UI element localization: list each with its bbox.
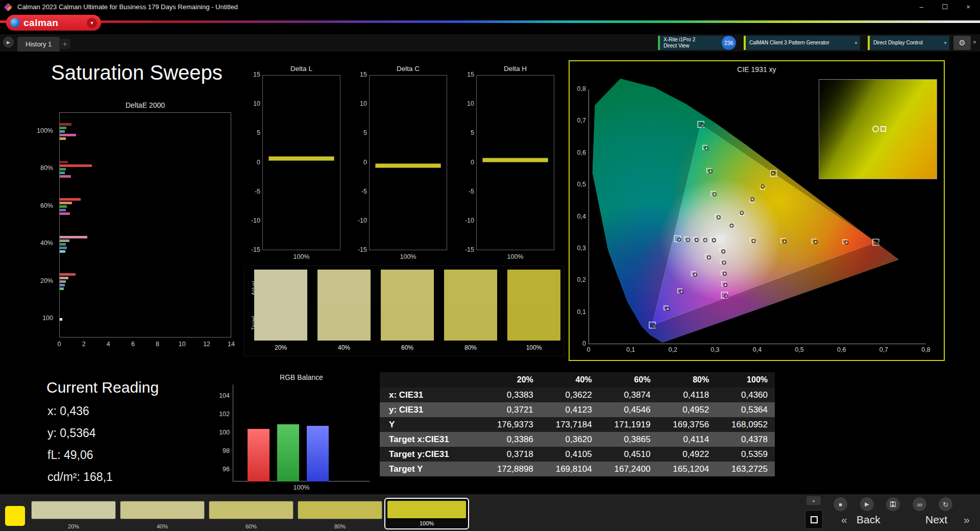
- axis-tick-label: 0,4: [753, 346, 762, 353]
- axis-tick-label: 60%: [18, 202, 53, 209]
- deltae-bar: [60, 273, 76, 276]
- rgb-bar-green: [277, 424, 299, 481]
- axis-tick-label: -10: [348, 217, 367, 224]
- table-cell: 0,4114: [657, 432, 716, 447]
- refresh-button[interactable]: ↻: [939, 497, 952, 511]
- pattern-window-button[interactable]: [805, 510, 823, 529]
- axis-tick-label: -10: [241, 217, 260, 224]
- delta-bar: [375, 163, 441, 168]
- swatch-label: 60%: [381, 344, 434, 351]
- refresh-icon: ↻: [943, 500, 949, 509]
- patch-label: 80%: [298, 523, 382, 529]
- save-button[interactable]: [886, 497, 900, 511]
- axis-tick-label: 100: [207, 429, 230, 436]
- axis-tick-label: 0: [348, 159, 367, 166]
- deltae-bar: [60, 284, 65, 286]
- table-col-header: [380, 372, 482, 388]
- deltae-bar: [60, 202, 72, 204]
- play-button[interactable]: ▶: [860, 497, 874, 511]
- table-row-label: y: CIE31: [380, 402, 482, 417]
- current-reading-x: x: 0,436: [47, 404, 89, 418]
- next-chevron-icon[interactable]: »: [964, 514, 970, 526]
- axis-tick-label: 98: [207, 447, 230, 454]
- swatch-target: [317, 305, 371, 341]
- table-col-header: 60%: [599, 372, 658, 388]
- inset-target-marker: [880, 126, 886, 132]
- axis-tick-label: 2: [82, 341, 86, 348]
- table-cell: 0,4360: [716, 388, 775, 402]
- patch-button[interactable]: [209, 501, 293, 519]
- table-cell: 0,3383: [482, 388, 541, 402]
- deltae-bar: [60, 168, 66, 171]
- history-nav-button[interactable]: ▶: [3, 37, 14, 47]
- meter-status-badge[interactable]: 236: [722, 36, 736, 50]
- delta-c-chart: Delta C 151050-5-10-15 100%: [369, 65, 447, 269]
- next-button[interactable]: Next: [925, 514, 947, 526]
- restore-button[interactable]: ☐: [933, 0, 957, 14]
- settings-button[interactable]: ⚙: [953, 36, 971, 50]
- patch-button[interactable]: [120, 501, 205, 519]
- window-controls: – ☐ ×: [910, 0, 980, 14]
- cie-panel: CIE 1931 xy 00,10,20,30,40,50,60,70,8 00…: [569, 60, 945, 361]
- deltae-ylabels: 100%80%60%40%20%100: [18, 112, 55, 337]
- minimize-button[interactable]: –: [910, 0, 933, 14]
- calman-logo-button[interactable]: calman ▾: [6, 15, 101, 31]
- active-color-chip[interactable]: [5, 506, 25, 526]
- table-cell: 0,4118: [657, 388, 716, 402]
- deltae-bar: [60, 212, 70, 215]
- caret-down-icon[interactable]: ▾: [87, 18, 97, 28]
- axis-tick-label: 10: [241, 100, 260, 107]
- display-control-dropdown[interactable]: Direct Display Control ▼: [868, 36, 949, 50]
- swatch-actual: [254, 270, 307, 305]
- stop-button[interactable]: ■: [834, 497, 847, 511]
- back-chevron-icon[interactable]: «: [841, 514, 847, 526]
- swatch-actual: [507, 270, 560, 305]
- axis-tick-label: 100: [18, 315, 53, 322]
- brand-banner: calman ▾: [0, 14, 980, 34]
- axis-tick-label: 0,7: [570, 117, 586, 124]
- rgb-plot: [233, 384, 370, 481]
- axis-tick-label: 10: [348, 100, 367, 107]
- close-button[interactable]: ×: [957, 0, 980, 14]
- deltae-bar: [60, 205, 67, 208]
- delta-c-ylabels: 151050-5-10-15: [348, 75, 367, 250]
- patch-button[interactable]: [298, 501, 382, 519]
- axis-tick-label: -15: [241, 246, 260, 253]
- swatch-actual: [317, 270, 371, 305]
- deltae-bar: [60, 123, 71, 126]
- swatch-actual: [381, 270, 434, 305]
- delta-l-chart: Delta L 151050-5-10-15 100%: [262, 65, 340, 269]
- axis-tick-label: 10: [179, 341, 186, 348]
- toolbar-overflow-button[interactable]: »: [973, 38, 976, 45]
- back-button[interactable]: Back: [856, 514, 880, 526]
- rgb-ylabels: 1041021009896: [207, 384, 230, 481]
- swatch-actual: [444, 270, 497, 305]
- axis-tick-label: 20%: [18, 277, 53, 284]
- table-cell: 173,7184: [541, 417, 599, 432]
- table-cell: 168,0952: [716, 417, 775, 432]
- deltae-bar: [60, 164, 92, 167]
- continuous-measure-button[interactable]: ∞: [913, 497, 926, 511]
- patch-button[interactable]: [31, 501, 116, 519]
- axis-tick-label: -5: [455, 188, 474, 195]
- window-title: Calman 2023 Calman Ultimate for Business…: [17, 3, 238, 11]
- calman-app: Calman 2023 Calman Ultimate for Business…: [0, 0, 980, 531]
- cie-plot: [589, 89, 926, 344]
- patch-button-selected[interactable]: 100%: [384, 498, 469, 529]
- axis-tick-label: 15: [241, 71, 260, 78]
- swatch-pair: [254, 270, 307, 341]
- swatch-target: [507, 305, 560, 341]
- delta-bar: [482, 158, 548, 162]
- table-row-label: Target y:CIE31: [380, 447, 482, 462]
- cie-xticks: 00,10,20,30,40,50,60,70,8: [589, 346, 926, 354]
- table-cell: 165,1204: [657, 462, 716, 476]
- pattern-generator-dropdown[interactable]: CalMAN Client 3 Pattern Generator ▼: [744, 36, 860, 50]
- tab-history-1[interactable]: History 1: [17, 37, 60, 52]
- axis-tick-label: 0,6: [570, 149, 586, 156]
- table-cell: 172,8898: [482, 462, 541, 476]
- collapse-panel-button[interactable]: ▲: [806, 496, 821, 505]
- table-cell: 169,8104: [541, 462, 599, 476]
- delta-l-ylabels: 151050-5-10-15: [241, 75, 260, 250]
- add-tab-button[interactable]: +: [59, 39, 70, 49]
- meter-dropdown[interactable]: X-Rite i1Pro 2 Direct View ▼: [658, 36, 727, 50]
